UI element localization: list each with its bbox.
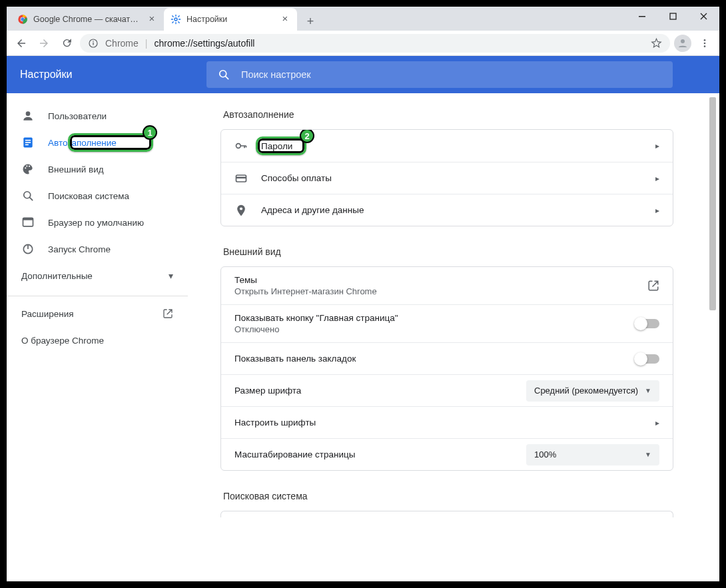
sidebar-item-label: Дополнительные [21, 271, 155, 281]
toggle-home-button[interactable] [635, 319, 659, 328]
svg-point-10 [704, 39, 706, 41]
row-bookmarks-bar: Показывать панель закладок [221, 342, 673, 374]
svg-rect-7 [93, 42, 93, 45]
row-home-button: Показывать кнопку "Главная страница" Отк… [221, 304, 673, 342]
url-text: chrome://settings/autofill [154, 38, 254, 49]
power-icon [21, 242, 35, 256]
key-icon [234, 139, 248, 152]
external-link-icon [163, 308, 173, 319]
row-label: Размер шрифта [234, 386, 513, 396]
sidebar-item-about[interactable]: О браузере Chrome [7, 327, 188, 354]
caret-down-icon: ▼ [645, 387, 651, 394]
sidebar-item-on-startup[interactable]: Запуск Chrome [7, 236, 188, 262]
row-label: Адреса и другие данные [261, 205, 642, 215]
row-payment-methods[interactable]: Способы оплаты [221, 162, 673, 194]
section-title-appearance: Внешний вид [223, 246, 673, 257]
settings-header: Настройки [7, 56, 719, 93]
row-label: Темы [234, 275, 634, 285]
settings-search-input[interactable] [241, 69, 662, 80]
window-titlebar: Google Chrome — скачать бесп × Настройки… [7, 7, 719, 31]
maximize-button[interactable] [658, 7, 689, 27]
person-icon [21, 109, 35, 123]
scroll-thumb[interactable] [709, 97, 716, 310]
svg-point-12 [704, 45, 706, 47]
row-customize-fonts[interactable]: Настроить шрифты [221, 406, 673, 438]
browser-icon [21, 216, 35, 229]
chevron-right-icon [655, 174, 659, 183]
row-page-zoom: Масштабирование страницы 100% ▼ [221, 438, 673, 470]
tab-title: Настройки [186, 15, 274, 24]
svg-point-13 [220, 71, 226, 77]
form-icon [21, 136, 35, 149]
settings-favicon [171, 14, 181, 25]
svg-point-22 [24, 192, 31, 198]
settings-search[interactable] [206, 61, 673, 88]
row-label: Пароли [261, 141, 642, 151]
star-icon[interactable] [651, 37, 662, 49]
scrollbar[interactable] [708, 93, 717, 581]
menu-button[interactable] [695, 34, 714, 53]
font-size-select[interactable]: Средний (рекомендуется) ▼ [526, 380, 659, 402]
browser-tab-1[interactable]: Настройки × [164, 8, 297, 31]
svg-point-3 [175, 18, 177, 21]
palette-icon [21, 162, 35, 176]
sidebar-item-search-engine[interactable]: Поисковая система [7, 182, 188, 209]
svg-point-14 [26, 111, 31, 116]
external-link-icon [647, 280, 659, 292]
row-themes[interactable]: Темы Открыть Интернет-магазин Chrome [221, 267, 673, 304]
row-font-size: Размер шрифта Средний (рекомендуется) ▼ [221, 374, 673, 406]
chevron-down-icon: ▾ [169, 270, 173, 281]
browser-toolbar: Chrome | chrome://settings/autofill [7, 31, 719, 56]
sidebar-item-autofill[interactable]: Автозаполнение 1 [7, 129, 188, 156]
page-zoom-select[interactable]: 100% ▼ [526, 444, 659, 465]
minimize-button[interactable] [627, 7, 658, 27]
close-icon[interactable]: × [147, 14, 157, 25]
address-bar[interactable]: Chrome | chrome://settings/autofill [80, 34, 670, 53]
sidebar-item-extensions[interactable]: Расширения [7, 300, 188, 327]
svg-point-19 [25, 167, 26, 168]
row-addresses[interactable]: Адреса и другие данные [221, 194, 673, 226]
search-icon [21, 189, 35, 202]
svg-rect-16 [25, 140, 31, 141]
close-icon[interactable]: × [280, 14, 290, 25]
sidebar-item-label: Расширения [21, 309, 149, 319]
toggle-bookmarks-bar[interactable] [635, 354, 659, 364]
svg-rect-18 [25, 145, 29, 146]
settings-main: Автозаполнение Пароли 2 Способы оплаты [188, 93, 719, 581]
svg-point-9 [681, 39, 685, 43]
sidebar-item-label: Внешний вид [48, 164, 173, 174]
svg-point-30 [240, 207, 242, 210]
site-info-icon[interactable] [88, 38, 99, 49]
new-tab-button[interactable]: + [301, 12, 320, 31]
profile-avatar[interactable] [674, 35, 691, 52]
svg-rect-24 [23, 218, 33, 220]
svg-rect-4 [639, 16, 645, 17]
reload-button[interactable] [57, 34, 76, 53]
tab-title: Google Chrome — скачать бесп [33, 15, 141, 24]
svg-point-21 [29, 166, 30, 167]
row-label: Показывать панель закладок [234, 354, 622, 364]
svg-point-20 [26, 165, 27, 166]
chevron-right-icon [655, 418, 659, 428]
back-button[interactable] [12, 34, 31, 53]
section-title-autofill: Автозаполнение [223, 109, 673, 120]
close-window-button[interactable] [689, 7, 719, 27]
sidebar-item-label: Поисковая система [48, 191, 173, 201]
sidebar-item-appearance[interactable]: Внешний вид [7, 156, 188, 182]
row-sublabel: Открыть Интернет-магазин Chrome [234, 286, 634, 296]
sidebar-item-default-browser[interactable]: Браузер по умолчанию [7, 209, 188, 236]
url-prefix: Chrome [105, 38, 139, 49]
sidebar-item-advanced[interactable]: Дополнительные ▾ [7, 262, 188, 289]
section-title-search-engine: Поисковая система [223, 491, 673, 501]
chevron-right-icon [655, 141, 659, 150]
forward-button[interactable] [35, 34, 53, 53]
row-passwords[interactable]: Пароли 2 [221, 130, 673, 162]
chevron-right-icon [655, 206, 659, 215]
svg-point-27 [236, 144, 241, 148]
sidebar-item-label: Пользователи [48, 111, 173, 121]
sidebar-item-users[interactable]: Пользователи [7, 103, 188, 129]
row-label: Масштабирование страницы [234, 449, 513, 459]
divider [7, 296, 188, 296]
caret-down-icon: ▼ [645, 451, 651, 458]
browser-tab-0[interactable]: Google Chrome — скачать бесп × [11, 8, 164, 31]
